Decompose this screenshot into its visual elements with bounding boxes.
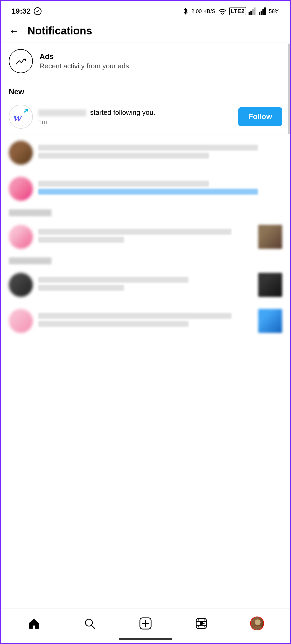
blurred-text-6 xyxy=(38,277,188,283)
signal-lte: LTE2 xyxy=(229,7,246,15)
blurred-text-3 xyxy=(38,181,209,187)
thumbnail-3 xyxy=(258,309,282,333)
follower-username xyxy=(38,109,86,116)
svg-point-23 xyxy=(198,626,199,627)
avatar-person2 xyxy=(9,177,33,201)
create-icon xyxy=(139,616,152,630)
notification-4 xyxy=(1,219,290,255)
follow-text: started following you. xyxy=(38,108,233,117)
avatar-person4 xyxy=(9,225,33,249)
follow-time: 1m xyxy=(38,118,233,126)
svg-rect-2 xyxy=(249,12,250,15)
section-new-label: New xyxy=(1,80,290,99)
svg-rect-7 xyxy=(261,11,262,15)
notification-3-text xyxy=(38,181,282,197)
avatar-wishlist: w xyxy=(9,105,33,129)
thumbnail-1 xyxy=(258,225,282,249)
network-speed: 2.00 KB/S xyxy=(191,8,215,14)
content-fade xyxy=(1,560,290,608)
status-icons: 2.00 KB/S LTE2 58% xyxy=(182,7,280,15)
notification-2-text xyxy=(38,145,282,161)
avatar-person1 xyxy=(9,141,33,165)
blurred-text-9 xyxy=(38,321,188,327)
ads-icon xyxy=(9,49,33,73)
earlier-label-blurred xyxy=(9,209,52,216)
notification-follow: w started following you. 1m Follow xyxy=(1,99,290,135)
nav-profile[interactable] xyxy=(245,614,269,633)
notification-6-text xyxy=(38,313,253,329)
follow-button[interactable]: Follow xyxy=(238,107,282,126)
svg-rect-9 xyxy=(264,7,266,15)
blurred-text-2 xyxy=(38,153,209,159)
svg-rect-6 xyxy=(259,12,260,15)
page-title: Notifications xyxy=(27,25,92,37)
blurred-text-8 xyxy=(38,313,231,319)
svg-rect-5 xyxy=(254,7,255,15)
header: ← Notifications xyxy=(1,19,290,42)
svg-point-25 xyxy=(204,626,205,627)
search-icon xyxy=(83,616,97,630)
svg-point-27 xyxy=(253,626,262,630)
svg-rect-3 xyxy=(250,11,252,15)
profile-avatar xyxy=(250,616,264,630)
svg-line-14 xyxy=(92,625,95,629)
blurred-text-4 xyxy=(38,229,231,235)
blurred-text-1 xyxy=(38,145,258,151)
nav-create[interactable] xyxy=(133,614,158,633)
avatar-person3 xyxy=(9,273,33,297)
nav-search[interactable] xyxy=(77,614,102,633)
svg-rect-8 xyxy=(262,9,264,15)
back-button[interactable]: ← xyxy=(9,26,22,36)
thumbnail-2 xyxy=(258,273,282,297)
status-time: 19:32 xyxy=(11,7,42,15)
nav-reels[interactable] xyxy=(189,614,214,633)
svg-text:w: w xyxy=(14,110,22,124)
status-bar: 19:32 2.00 KB/S LTE2 xyxy=(1,1,290,19)
svg-point-24 xyxy=(204,619,205,621)
section-earlier-label xyxy=(1,207,290,219)
ads-text: Ads Recent activity from your ads. xyxy=(40,52,131,70)
follow-notification-text: started following you. 1m xyxy=(38,108,233,126)
svg-point-1 xyxy=(222,14,223,15)
notification-5-text xyxy=(38,277,253,293)
ads-title: Ads xyxy=(40,52,131,61)
ads-subtitle: Recent activity from your ads. xyxy=(40,62,131,70)
svg-rect-4 xyxy=(252,9,254,15)
notification-5 xyxy=(1,267,290,303)
notification-4-text xyxy=(38,229,253,245)
blurred-text-7 xyxy=(38,285,124,291)
notification-2 xyxy=(1,135,290,171)
notification-6 xyxy=(1,303,290,339)
ads-section[interactable]: Ads Recent activity from your ads. xyxy=(1,42,290,80)
battery-level: 58% xyxy=(269,8,280,14)
blurred-text-5 xyxy=(38,237,124,243)
section-label-2 xyxy=(1,255,290,267)
section-label-2-blurred xyxy=(9,257,52,264)
nav-home[interactable] xyxy=(22,614,46,633)
home-icon xyxy=(27,616,41,630)
home-indicator xyxy=(119,638,172,640)
svg-point-26 xyxy=(255,619,261,625)
time-text: 19:32 xyxy=(11,7,31,15)
reels-icon xyxy=(194,616,208,630)
blurred-link xyxy=(38,189,258,195)
notification-3 xyxy=(1,171,290,207)
avatar-person5 xyxy=(9,309,33,333)
svg-point-22 xyxy=(198,619,199,621)
